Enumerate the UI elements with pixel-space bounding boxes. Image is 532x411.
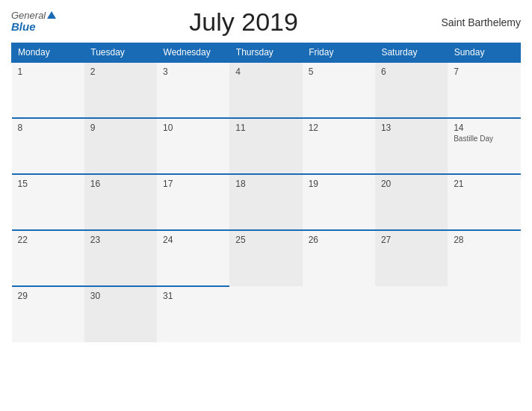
calendar-cell: 13 xyxy=(375,118,448,174)
logo-blue-text: Blue xyxy=(11,21,36,34)
week-row-4: 22232425262728 xyxy=(12,230,521,286)
day-number: 29 xyxy=(18,291,78,301)
day-number: 16 xyxy=(90,179,151,189)
calendar-container: General Blue July 2019 Saint Barthelemy … xyxy=(0,0,532,411)
week-row-3: 15161718192021 xyxy=(12,174,521,230)
calendar-cell: 10 xyxy=(157,118,229,174)
day-number: 28 xyxy=(454,235,514,245)
calendar-cell: 2 xyxy=(84,62,157,118)
col-tuesday: Tuesday xyxy=(84,43,157,63)
week-row-1: 1234567 xyxy=(12,62,521,118)
calendar-cell: 14Bastille Day xyxy=(448,118,520,174)
logo: General Blue xyxy=(11,10,56,34)
day-number: 13 xyxy=(381,123,442,133)
calendar-cell: 27 xyxy=(375,230,448,286)
day-number: 23 xyxy=(90,235,151,245)
calendar-cell: 16 xyxy=(84,174,157,230)
week-row-2: 891011121314Bastille Day xyxy=(12,118,521,174)
calendar-cell: 3 xyxy=(157,62,229,118)
calendar-cell: 8 xyxy=(12,118,84,174)
day-number: 14 xyxy=(454,123,514,133)
day-number: 18 xyxy=(235,179,296,189)
day-number: 12 xyxy=(309,123,369,133)
calendar-cell: 28 xyxy=(448,230,520,286)
day-number: 20 xyxy=(381,179,442,189)
day-number: 8 xyxy=(18,123,78,133)
day-number: 21 xyxy=(454,179,514,189)
calendar-cell: 30 xyxy=(84,286,157,342)
calendar-cell: 21 xyxy=(448,174,520,230)
day-number: 7 xyxy=(454,67,514,77)
day-number: 2 xyxy=(90,67,151,77)
calendar-cell: 22 xyxy=(12,230,84,286)
day-number: 11 xyxy=(235,123,296,133)
week-row-5: 293031 xyxy=(12,286,521,342)
event-label: Bastille Day xyxy=(454,135,514,143)
day-number: 24 xyxy=(163,235,223,245)
day-number: 3 xyxy=(163,67,223,77)
day-number: 31 xyxy=(163,291,223,301)
day-number: 10 xyxy=(163,123,223,133)
calendar-cell: 1 xyxy=(12,62,84,118)
day-number: 30 xyxy=(90,291,151,301)
calendar-cell xyxy=(448,286,520,342)
calendar-cell: 23 xyxy=(84,230,157,286)
calendar-cell: 6 xyxy=(375,62,448,118)
day-number: 22 xyxy=(18,235,78,245)
region-label: Saint Barthelemy xyxy=(431,16,521,28)
col-thursday: Thursday xyxy=(229,43,302,63)
calendar-cell: 18 xyxy=(229,174,302,230)
calendar-cell xyxy=(303,286,375,342)
day-number: 17 xyxy=(163,179,223,189)
calendar-cell xyxy=(375,286,448,342)
calendar-cell: 12 xyxy=(303,118,375,174)
day-number: 26 xyxy=(309,235,369,245)
logo-general-text: General xyxy=(11,10,56,21)
col-saturday: Saturday xyxy=(375,43,448,63)
calendar-cell: 31 xyxy=(157,286,229,342)
day-number: 19 xyxy=(309,179,369,189)
calendar-cell: 26 xyxy=(303,230,375,286)
calendar-cell: 4 xyxy=(229,62,302,118)
calendar-cell: 29 xyxy=(12,286,84,342)
calendar-cell: 15 xyxy=(12,174,84,230)
day-number: 4 xyxy=(235,67,296,77)
day-number: 25 xyxy=(235,235,296,245)
day-number: 9 xyxy=(90,123,151,133)
calendar-header: General Blue July 2019 Saint Barthelemy xyxy=(11,7,521,37)
col-monday: Monday xyxy=(12,43,84,63)
calendar-cell: 25 xyxy=(229,230,302,286)
calendar-cell: 11 xyxy=(229,118,302,174)
col-friday: Friday xyxy=(303,43,375,63)
day-number: 27 xyxy=(381,235,442,245)
day-number: 15 xyxy=(18,179,78,189)
day-number: 1 xyxy=(18,67,78,77)
calendar-cell: 20 xyxy=(375,174,448,230)
logo-triangle-icon xyxy=(47,11,56,19)
calendar-cell: 5 xyxy=(303,62,375,118)
calendar-cell: 19 xyxy=(303,174,375,230)
month-title: July 2019 xyxy=(56,7,431,37)
calendar-table: Monday Tuesday Wednesday Thursday Friday… xyxy=(11,43,521,342)
calendar-cell: 24 xyxy=(157,230,229,286)
calendar-cell: 17 xyxy=(157,174,229,230)
calendar-cell: 7 xyxy=(448,62,520,118)
day-number: 6 xyxy=(381,67,442,77)
col-sunday: Sunday xyxy=(448,43,520,63)
col-wednesday: Wednesday xyxy=(157,43,229,63)
calendar-cell: 9 xyxy=(84,118,157,174)
calendar-cell xyxy=(229,286,302,342)
day-number: 5 xyxy=(309,67,369,77)
weekday-header-row: Monday Tuesday Wednesday Thursday Friday… xyxy=(12,43,521,63)
